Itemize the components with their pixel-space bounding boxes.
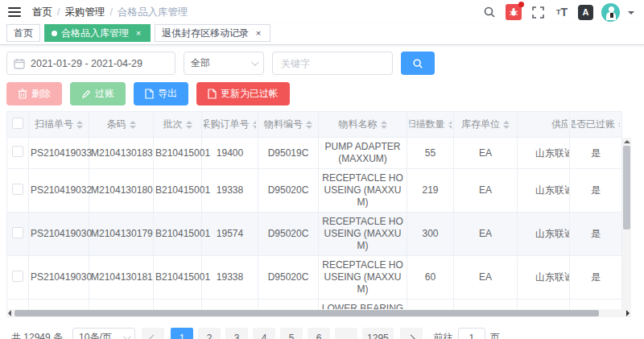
cell-batch: B210415001 [154, 300, 202, 310]
document-icon [145, 89, 154, 99]
top-navbar: 首页 / 采购管理 / 合格品入库管理 TT A [0, 0, 644, 24]
cell-po-no: 19574 [202, 300, 258, 310]
page-size-select[interactable]: 10条/页 [72, 328, 135, 339]
sort-icon[interactable] [618, 121, 620, 129]
caret-down-icon[interactable] [628, 11, 634, 18]
sort-icon[interactable] [253, 121, 257, 129]
update-posted-button[interactable]: 更新为已过帐 [196, 82, 290, 105]
delete-button[interactable]: 删除 [6, 82, 62, 105]
scroll-up-arrow[interactable] [624, 140, 630, 143]
sort-icon[interactable] [503, 121, 510, 129]
search-button[interactable] [401, 52, 435, 75]
sort-icon[interactable] [306, 121, 312, 129]
keyword-input[interactable] [272, 52, 393, 75]
horizontal-scrollbar[interactable] [6, 309, 631, 317]
hamburger-icon[interactable] [8, 7, 21, 17]
sort-icon[interactable] [381, 121, 387, 129]
table-row: PS210419029 M2104130176 B210415001 19574… [7, 300, 622, 310]
type-select[interactable]: 全部 [184, 52, 264, 75]
sort-icon[interactable] [130, 121, 136, 129]
table-row: PS210419030 M2104130179 B210415001 19574… [7, 213, 622, 256]
search-icon[interactable] [481, 4, 497, 20]
next-page-button[interactable] [400, 328, 423, 339]
font-size-icon[interactable]: TT [554, 4, 570, 20]
page-button-3[interactable]: 3 [225, 328, 248, 339]
post-button[interactable]: 过账 [70, 82, 126, 105]
cell-posted: 是 [570, 138, 622, 169]
type-select-value: 全部 [191, 56, 210, 70]
scroll-right-arrow[interactable] [626, 310, 630, 316]
main-content: 2021-01-29 - 2021-04-29 全部 删除 过账 导出 更新为已… [0, 45, 644, 339]
col-header-stock-unit[interactable]: 库存单位 [454, 112, 518, 138]
cell-supplier: 山东联诚 [518, 256, 570, 300]
vertical-scrollbar[interactable] [622, 138, 631, 316]
sort-icon[interactable] [448, 121, 452, 129]
row-checkbox[interactable] [12, 146, 23, 157]
table-row: PS210419030 M2104130181 B210415001 19338… [7, 256, 622, 300]
col-header-barcode[interactable]: 条码 [89, 112, 154, 138]
row-checkbox[interactable] [12, 227, 23, 238]
cell-material-name: RECEPTACLE HOUSEING (MAXXUM) [319, 256, 407, 300]
row-checkbox[interactable] [12, 184, 23, 195]
select-all-checkbox[interactable] [12, 118, 23, 129]
cell-scan-no: PS210419032 [29, 169, 89, 213]
vertical-scroll-thumb[interactable] [623, 146, 630, 229]
goto-page-input[interactable] [458, 328, 485, 339]
cell-batch: B210415001 [154, 256, 202, 300]
breadcrumb-purchase[interactable]: 采购管理 [64, 6, 105, 19]
cell-batch: B210415001 [154, 213, 202, 256]
fullscreen-icon[interactable] [530, 4, 546, 20]
breadcrumb-separator: / [109, 6, 112, 18]
user-avatar[interactable] [601, 3, 620, 22]
bug-icon[interactable] [506, 4, 522, 20]
page-button-2[interactable]: 2 [198, 328, 221, 339]
col-header-scan-qty[interactable]: 扫描数量 [407, 112, 454, 138]
page-ellipsis[interactable]: ... [335, 328, 357, 339]
export-button[interactable]: 导出 [134, 82, 188, 105]
document-icon [208, 89, 217, 99]
page-button-5[interactable]: 5 [280, 328, 303, 339]
col-header-supplier[interactable]: 供应商 [518, 112, 570, 138]
row-checkbox[interactable] [12, 271, 23, 282]
cell-posted: 是 [570, 213, 622, 256]
col-header-posted[interactable]: 是否已过账 [570, 112, 622, 138]
cell-barcode: M2104130181 [89, 256, 154, 300]
scroll-left-arrow[interactable] [8, 310, 11, 316]
cell-material-no: D95019C [258, 138, 319, 169]
trash-icon [18, 89, 27, 99]
breadcrumb-home[interactable]: 首页 [32, 6, 52, 19]
cell-posted: 是 [570, 300, 622, 310]
col-header-material-name[interactable]: 物料名称 [319, 112, 407, 138]
col-header-batch[interactable]: 批次 [154, 112, 202, 138]
cell-stock-unit: EA [454, 256, 518, 300]
tab-qualified-inbound[interactable]: 合格品入库管理 × [44, 24, 151, 42]
horizontal-scroll-thumb[interactable] [14, 310, 599, 316]
cell-batch: B210415001 [154, 138, 202, 169]
cell-material-no: C95028C [258, 300, 319, 310]
cell-scan-qty: 219 [407, 169, 454, 213]
notification-badge [518, 2, 524, 7]
col-header-po-no[interactable]: 采购订单号 [202, 112, 258, 138]
cell-material-name: RECEPTACLE HOUSEING (MAXXUM) [319, 213, 407, 256]
search-icon [412, 58, 423, 69]
date-range-picker[interactable]: 2021-01-29 - 2021-04-29 [6, 52, 175, 75]
page-button-1[interactable]: 1 [171, 328, 193, 339]
cell-po-no: 19338 [202, 169, 258, 213]
sort-icon[interactable] [76, 121, 83, 129]
tab-home[interactable]: 首页 [6, 24, 40, 42]
col-header-scan-no[interactable]: 扫描单号 [29, 112, 89, 138]
page-button-1295[interactable]: 1295 [362, 328, 394, 339]
close-icon[interactable]: × [254, 28, 263, 38]
cell-scan-qty: 300 [407, 300, 454, 310]
sort-icon[interactable] [186, 121, 192, 129]
cell-scan-qty: 55 [407, 138, 454, 169]
col-header-material-no[interactable]: 物料编号 [258, 112, 319, 138]
translate-icon[interactable]: A [578, 5, 593, 20]
close-icon[interactable]: × [134, 28, 143, 38]
page-button-6[interactable]: 6 [308, 328, 330, 339]
prev-page-button[interactable] [142, 328, 164, 339]
cell-supplier: 山东联诚 [518, 138, 570, 169]
page-button-4[interactable]: 4 [253, 328, 275, 339]
tab-return-storage[interactable]: 退供封存区移动记录 × [155, 24, 270, 42]
cell-supplier: 山东联诚 [518, 213, 570, 256]
